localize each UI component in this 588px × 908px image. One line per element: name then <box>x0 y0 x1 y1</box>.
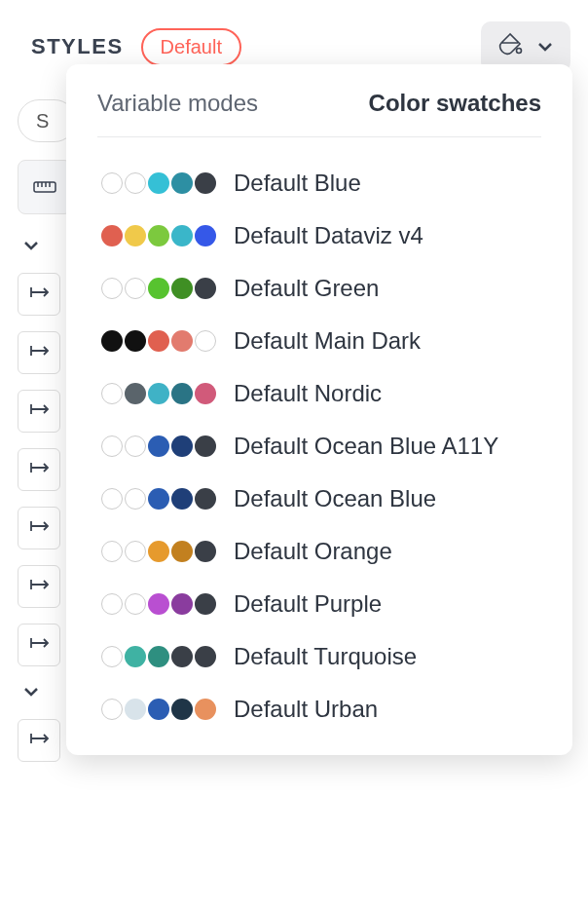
swatch-colors <box>101 593 216 615</box>
swatch-dot <box>195 383 216 404</box>
swatch-label: Default Dataviz v4 <box>234 221 423 250</box>
swatch-dot <box>195 488 216 510</box>
tab-variable-modes[interactable]: Variable modes <box>97 90 258 117</box>
fill-icon <box>496 31 524 62</box>
swatch-colors <box>101 646 216 667</box>
swatch-dot <box>171 435 193 457</box>
swatch-label: Default Purple <box>234 589 382 619</box>
swatch-dot <box>101 383 123 404</box>
swatch-dot <box>148 593 169 615</box>
swatch-row[interactable]: Default Purple <box>97 578 541 630</box>
swatch-row[interactable]: Default Main Dark <box>97 315 541 367</box>
swatch-row[interactable]: Default Orange <box>97 525 541 578</box>
swatch-label: Default Ocean Blue A11Y <box>234 432 498 461</box>
swatch-list: Default BlueDefault Dataviz v4Default Gr… <box>97 157 541 736</box>
swatch-colors <box>101 278 216 299</box>
swatch-row[interactable]: Default Ocean Blue <box>97 473 541 525</box>
swatch-dot <box>101 330 123 352</box>
swatch-dot <box>148 646 169 667</box>
default-badge[interactable]: Default <box>141 28 241 66</box>
swatch-dot <box>171 278 193 299</box>
swatch-colors <box>101 383 216 404</box>
swatch-dot <box>195 330 216 352</box>
swatch-dot <box>125 435 146 457</box>
swatch-dot <box>101 699 123 720</box>
swatch-dot <box>171 488 193 510</box>
swatch-dot <box>171 593 193 615</box>
swatch-colors <box>101 330 216 352</box>
swatch-dot <box>125 488 146 510</box>
swatch-dot <box>195 172 216 194</box>
swatch-label: Default Ocean Blue <box>234 484 436 513</box>
swatch-row[interactable]: Default Green <box>97 262 541 315</box>
swatch-dot <box>148 383 169 404</box>
swatch-label: Default Turquoise <box>234 642 417 671</box>
swatch-dot <box>171 172 193 194</box>
swatch-dot <box>195 699 216 720</box>
swatch-dot <box>125 172 146 194</box>
arrow-icon <box>28 635 50 656</box>
swatch-dot <box>125 646 146 667</box>
arrow-icon <box>28 577 50 597</box>
swatch-dot <box>148 172 169 194</box>
swatch-dot <box>171 225 193 246</box>
swatch-dot <box>101 488 123 510</box>
swatch-colors <box>101 435 216 457</box>
swatch-row[interactable]: Default Urban <box>97 683 541 736</box>
swatch-dot <box>101 225 123 246</box>
swatch-dot <box>148 435 169 457</box>
swatch-dot <box>195 435 216 457</box>
ruler-icon <box>31 171 58 204</box>
property-field[interactable] <box>18 448 60 491</box>
property-field[interactable] <box>18 719 60 762</box>
swatch-dot <box>101 646 123 667</box>
swatch-colors <box>101 699 216 720</box>
swatch-dot <box>125 278 146 299</box>
swatch-row[interactable]: Default Blue <box>97 157 541 209</box>
swatch-dot <box>125 383 146 404</box>
svg-point-0 <box>517 49 522 54</box>
property-field[interactable] <box>18 565 60 608</box>
swatch-row[interactable]: Default Ocean Blue A11Y <box>97 420 541 473</box>
property-field[interactable] <box>18 624 60 666</box>
swatch-dot <box>171 699 193 720</box>
swatch-dot <box>171 330 193 352</box>
swatch-dot <box>125 593 146 615</box>
styles-heading: STYLES <box>31 34 124 59</box>
metrics-tab[interactable] <box>18 160 72 214</box>
swatch-row[interactable]: Default Turquoise <box>97 630 541 683</box>
swatch-label: Default Main Dark <box>234 326 421 356</box>
swatch-dot <box>148 330 169 352</box>
arrow-icon <box>28 343 50 363</box>
swatch-label: Default Nordic <box>234 379 382 408</box>
swatch-dot <box>125 699 146 720</box>
section-toggle-1[interactable] <box>21 236 41 255</box>
swatch-dot <box>195 225 216 246</box>
swatch-dot <box>171 646 193 667</box>
swatch-row[interactable]: Default Dataviz v4 <box>97 209 541 262</box>
section-toggle-2[interactable] <box>21 682 41 701</box>
property-field[interactable] <box>18 507 60 549</box>
swatch-colors <box>101 541 216 562</box>
arrow-icon <box>28 284 50 305</box>
swatch-label: Default Orange <box>234 537 392 566</box>
swatch-label: Default Urban <box>234 695 378 724</box>
swatch-dot <box>101 593 123 615</box>
tab-color-swatches[interactable]: Color swatches <box>369 90 541 117</box>
arrow-icon <box>28 731 50 751</box>
swatch-dot <box>148 541 169 562</box>
swatch-dot <box>171 383 193 404</box>
property-field[interactable] <box>18 390 60 433</box>
swatch-dot <box>148 699 169 720</box>
swatch-dot <box>125 330 146 352</box>
swatch-colors <box>101 225 216 246</box>
swatch-row[interactable]: Default Nordic <box>97 367 541 420</box>
swatch-dot <box>101 541 123 562</box>
property-field[interactable] <box>18 331 60 374</box>
property-field[interactable] <box>18 273 60 316</box>
swatch-dot <box>195 593 216 615</box>
arrow-icon <box>28 518 50 539</box>
swatch-colors <box>101 488 216 510</box>
arrow-icon <box>28 401 50 422</box>
swatch-dot <box>195 646 216 667</box>
